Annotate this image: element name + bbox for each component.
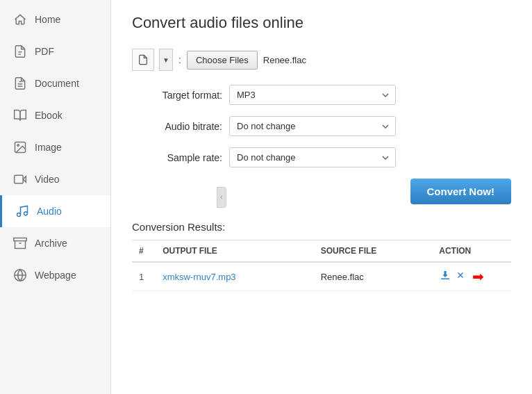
sidebar-label-pdf: PDF [35,46,54,57]
sample-rate-row: Sample rate: Do not change [132,147,511,167]
col-header-num: # [132,240,156,263]
arrow-indicator: ➡ [472,268,484,285]
target-format-select[interactable]: MP3 [229,85,396,105]
file-upload-row: ▼ : Choose Files Renee.flac [132,49,511,71]
sidebar-collapse-btn[interactable]: ‹ [217,187,226,208]
archive-icon [13,236,28,251]
svg-point-6 [17,145,19,147]
col-header-output: OUTPUT FILE [156,240,314,263]
sidebar-item-webpage[interactable]: Webpage [0,259,110,291]
table-header-row: # OUTPUT FILE SOURCE FILE ACTION [132,240,511,263]
svg-point-9 [17,213,21,217]
audio-bitrate-row: Audio bitrate: Do not change [132,116,511,136]
table-row: 1 xmksw-rnuv7.mp3 Renee.flac [132,262,511,291]
convert-now-button[interactable]: Convert Now! [410,179,512,204]
colon-separator: : [178,54,181,65]
row-action: ➡ [432,262,511,291]
sidebar-label-document: Document [35,78,79,89]
sidebar-label-ebook: Ebook [35,110,63,121]
sidebar-item-archive[interactable]: Archive [0,227,110,259]
svg-rect-7 [15,175,24,183]
sidebar-label-audio: Audio [37,206,62,217]
sidebar-label-home: Home [35,14,60,25]
sidebar-label-video: Video [35,174,60,185]
image-icon [13,140,28,155]
sample-rate-label: Sample rate: [132,152,222,163]
sidebar-item-document[interactable]: Document [0,67,110,99]
results-title: Conversion Results: [132,221,511,233]
row-output-file: xmksw-rnuv7.mp3 [156,262,314,291]
target-format-label: Target format: [132,90,222,101]
sidebar-item-image[interactable]: Image [0,131,110,163]
home-icon [13,12,28,27]
output-file-link[interactable]: xmksw-rnuv7.mp3 [163,272,235,282]
main-content: Convert audio files online ▼ : Choose Fi… [111,0,532,394]
file-name-display: Renee.flac [263,55,306,65]
sidebar-item-ebook[interactable]: Ebook [0,99,110,131]
convert-button-row: Convert Now! [132,179,511,204]
delete-icon[interactable] [456,270,465,283]
file-type-dropdown[interactable]: ▼ [159,49,173,71]
file-icon-button[interactable] [132,49,154,71]
webpage-icon [13,268,28,283]
audio-bitrate-select[interactable]: Do not change [229,116,396,136]
col-header-action: ACTION [432,240,511,263]
audio-icon [15,204,30,219]
sidebar-item-audio[interactable]: Audio [0,195,110,227]
sidebar-label-image: Image [35,142,62,153]
sample-rate-select[interactable]: Do not change [229,147,396,167]
download-icon[interactable] [439,269,451,285]
document-icon [13,76,28,91]
results-table: # OUTPUT FILE SOURCE FILE ACTION 1 xmksw… [132,240,511,291]
page-title: Convert audio files online [132,14,511,32]
sidebar-item-pdf[interactable]: PDF [0,35,110,67]
svg-point-10 [24,212,28,215]
pdf-icon [13,44,28,59]
target-format-row: Target format: MP3 [132,85,511,105]
action-icons: ➡ [439,268,504,285]
col-header-source: SOURCE FILE [314,240,433,263]
sidebar-item-video[interactable]: Video [0,163,110,195]
results-section: Conversion Results: # OUTPUT FILE SOURCE… [132,221,511,291]
sidebar: Home PDF Document [0,0,111,394]
audio-bitrate-label: Audio bitrate: [132,121,222,132]
row-source-file: Renee.flac [314,262,433,291]
sidebar-label-archive: Archive [35,238,67,249]
choose-files-button[interactable]: Choose Files [187,51,258,69]
video-icon [13,172,28,187]
row-num: 1 [132,262,156,291]
sidebar-item-home[interactable]: Home [0,3,110,35]
ebook-icon [13,108,28,123]
sidebar-label-webpage: Webpage [35,270,76,281]
svg-rect-11 [14,238,26,241]
